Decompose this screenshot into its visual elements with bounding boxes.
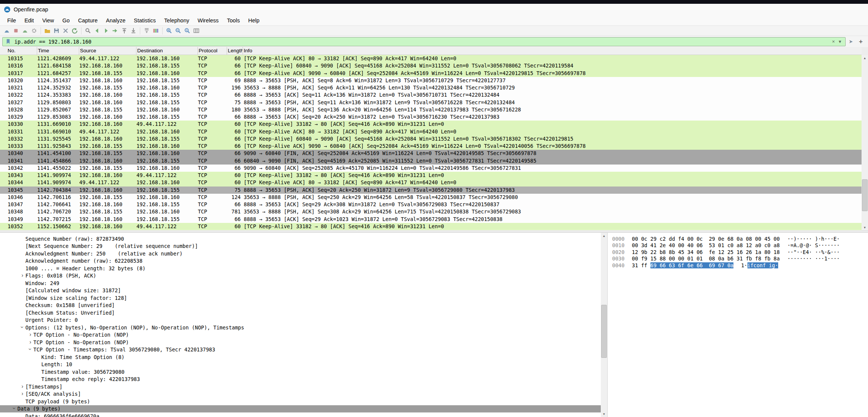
hex-line[interactable]: 000000 0c 29 c2 dd f4 00 0c 29 0e 68 0a …	[612, 236, 868, 242]
packet-row[interactable]: 103271129.850803192.168.18.160192.168.18…	[0, 99, 862, 106]
detail-row[interactable]: ›[Timestamps]	[0, 383, 601, 390]
zoom-out-icon[interactable]	[174, 27, 183, 35]
go-back-icon[interactable]	[92, 27, 102, 35]
display-filter-input[interactable]: ip.addr == 192.168.18.160 × ▾	[2, 37, 846, 46]
menu-file[interactable]: File	[3, 16, 20, 25]
menu-help[interactable]: Help	[244, 16, 264, 25]
stop-capture-icon[interactable]	[11, 27, 20, 35]
restart-capture-icon[interactable]	[20, 27, 30, 35]
scrollbar-thumb[interactable]	[601, 305, 607, 358]
hex-line[interactable]: 004031 ff 69 66 63 6f 6e 66 69 67 0a1·if…	[612, 262, 868, 269]
expander-closed-icon[interactable]: ›	[19, 390, 25, 397]
scrollbar-thumb[interactable]	[862, 179, 868, 211]
packet-row[interactable]: 103321131.925545192.168.18.160192.168.18…	[0, 135, 862, 143]
expander-open-icon[interactable]: ›	[27, 346, 33, 352]
detail-row[interactable]: Kind: Time Stamp Option (8)	[0, 353, 601, 361]
packet-row[interactable]: 103281129.852067192.168.18.155192.168.18…	[0, 106, 862, 113]
packet-row[interactable]: 103161121.684158192.168.18.160192.168.18…	[0, 62, 862, 69]
hex-line[interactable]: 001000 3d 41 2e 40 00 40 06 53 01 c0 a8 …	[612, 242, 868, 249]
detail-row[interactable]: Timestamp echo reply: 4220137983	[0, 376, 601, 383]
packet-row[interactable]: 103481142.706720192.168.18.155192.168.18…	[0, 208, 862, 215]
detail-row[interactable]: Length: 10	[0, 361, 601, 368]
find-packet-icon[interactable]	[83, 27, 92, 35]
detail-row[interactable]: Sequence Number (raw): 872873490	[0, 235, 601, 243]
packet-row[interactable]: 103301131.669010192.168.18.16049.44.117.…	[0, 121, 862, 128]
detail-row[interactable]: Data: 6966636f6e6669670a	[0, 412, 601, 417]
reload-file-icon[interactable]	[70, 27, 79, 35]
packet-row[interactable]: 103491142.707215192.168.18.160192.168.18…	[0, 216, 862, 223]
menu-view[interactable]: View	[38, 16, 58, 25]
go-forward-icon[interactable]	[102, 27, 111, 35]
close-file-icon[interactable]	[61, 27, 70, 35]
detail-row[interactable]: Timestamp value: 3056729080	[0, 368, 601, 376]
expander-closed-icon[interactable]: ›	[19, 383, 25, 389]
menu-wireless[interactable]: Wireless	[193, 16, 223, 25]
detail-row[interactable]: 1000 .... = Header Length: 32 bytes (8)	[0, 265, 601, 272]
hex-line[interactable]: 003000 f9 15 88 00 00 01 01 08 0a b6 31 …	[612, 256, 868, 262]
title-bar[interactable]: Openfire.pcap	[0, 4, 868, 15]
scroll-up-icon[interactable]: ▲	[862, 55, 868, 61]
detail-row[interactable]: ›Options: (12 bytes), No-Operation (NOP)…	[0, 324, 601, 331]
packet-row[interactable]: 103221124.353383192.168.18.160192.168.18…	[0, 91, 862, 99]
menu-go[interactable]: Go	[58, 16, 74, 25]
detail-row[interactable]: Window: 249	[0, 279, 601, 287]
packet-row[interactable]: 103421141.455022192.168.18.155192.168.18…	[0, 165, 862, 172]
column-header-time[interactable]: Time	[37, 47, 79, 55]
detail-row[interactable]: Urgent Pointer: 0	[0, 317, 601, 324]
detail-row[interactable]: ›TCP Option - Timestamps: TSval 30567290…	[0, 346, 601, 354]
column-header-info[interactable]: Info	[243, 47, 862, 55]
column-header-source[interactable]: Source	[79, 47, 136, 55]
packet-row[interactable]: 103201124.351437192.168.18.160192.168.18…	[0, 77, 862, 84]
packet-row[interactable]: 103331131.925843192.168.18.155192.168.18…	[0, 143, 862, 150]
packet-row[interactable]: 103431141.909974192.168.18.16049.44.117.…	[0, 172, 862, 179]
detail-row[interactable]: [Checksum Status: Unverified]	[0, 309, 601, 317]
start-capture-icon[interactable]	[2, 27, 11, 35]
expander-closed-icon[interactable]: ›	[19, 272, 25, 278]
go-first-packet-icon[interactable]	[120, 27, 129, 35]
menu-telephony[interactable]: Telephony	[160, 16, 193, 25]
packet-row[interactable]: 103291129.853083192.168.18.160192.168.18…	[0, 113, 862, 121]
expander-open-icon[interactable]: ›	[11, 405, 17, 411]
zoom-in-icon[interactable]	[165, 27, 174, 35]
detail-row[interactable]: [Calculated window size: 31872]	[0, 287, 601, 295]
menu-edit[interactable]: Edit	[20, 16, 38, 25]
filter-text[interactable]: ip.addr == 192.168.18.160	[14, 39, 830, 45]
add-filter-button[interactable]: +	[856, 38, 866, 45]
packet-row[interactable]: 103441141.90997449.44.117.122192.168.18.…	[0, 179, 862, 186]
packet-row[interactable]: 103151121.42860949.44.117.122192.168.18.…	[0, 55, 862, 62]
packet-row[interactable]: 103171121.684257192.168.18.155192.168.18…	[0, 70, 862, 77]
detail-row[interactable]: ›[SEQ/ACK analysis]	[0, 390, 601, 398]
packet-row[interactable]: 103471142.706641192.168.18.160192.168.18…	[0, 201, 862, 208]
detail-row[interactable]: [Next Sequence Number: 29 (relative sequ…	[0, 243, 601, 250]
expander-open-icon[interactable]: ›	[19, 324, 25, 330]
menu-analyze[interactable]: Analyze	[102, 16, 130, 25]
detail-row[interactable]: [Window size scaling factor: 128]	[0, 294, 601, 302]
menu-tools[interactable]: Tools	[223, 16, 244, 25]
autoscroll-icon[interactable]	[142, 27, 151, 35]
packet-row[interactable]: 103461142.706116192.168.18.155192.168.18…	[0, 194, 862, 201]
menu-capture[interactable]: Capture	[74, 16, 102, 25]
scroll-down-icon[interactable]: ▼	[601, 411, 607, 417]
zoom-reset-icon[interactable]	[183, 27, 192, 35]
filter-history-icon[interactable]: ▾	[837, 39, 843, 44]
details-scrollbar[interactable]: ▲ ▼	[601, 233, 607, 417]
apply-filter-icon[interactable]: ➤	[846, 39, 856, 44]
detail-row[interactable]: Acknowledgment number (raw): 622208538	[0, 257, 601, 265]
scroll-down-icon[interactable]: ▼	[862, 224, 868, 230]
clear-filter-icon[interactable]: ×	[830, 39, 837, 44]
expander-closed-icon[interactable]: ›	[27, 339, 33, 345]
go-to-packet-icon[interactable]	[111, 27, 120, 35]
detail-row[interactable]: ›TCP Option - No-Operation (NOP)	[0, 339, 601, 346]
resize-columns-icon[interactable]	[192, 27, 201, 35]
detail-row[interactable]: Acknowledgment Number: 250 (relative ack…	[0, 250, 601, 257]
save-file-icon[interactable]	[52, 27, 61, 35]
menu-statistics[interactable]: Statistics	[130, 16, 160, 25]
column-header-no[interactable]: No.	[0, 47, 37, 55]
bookmark-icon[interactable]	[5, 38, 11, 45]
detail-row[interactable]: ›TCP Option - No-Operation (NOP)	[0, 331, 601, 339]
packet-row[interactable]: 103211124.352932192.168.18.155192.168.18…	[0, 84, 862, 91]
expander-closed-icon[interactable]: ›	[27, 331, 33, 337]
scroll-up-icon[interactable]: ▲	[601, 233, 607, 239]
go-last-packet-icon[interactable]	[129, 27, 138, 35]
column-header-destination[interactable]: Destination	[136, 47, 198, 55]
